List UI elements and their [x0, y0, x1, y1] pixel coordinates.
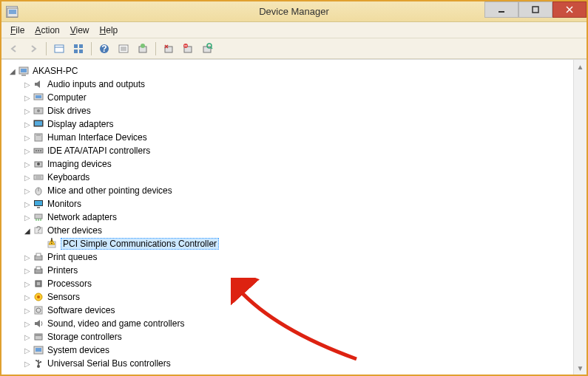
svg-rect-9	[79, 44, 83, 48]
root-label: AKASH-PC	[33, 66, 78, 76]
svg-text:?: ?	[36, 225, 41, 235]
expander-icon[interactable]: ▷	[22, 120, 33, 129]
svg-rect-1	[9, 10, 16, 14]
expander-icon[interactable]: ▷	[22, 160, 33, 168]
maximize-button[interactable]	[518, 1, 552, 18]
expander-icon[interactable]: ▷	[22, 107, 33, 115]
system-icon	[33, 344, 44, 356]
help-button[interactable]: ?	[96, 41, 112, 57]
properties-button[interactable]	[51, 41, 67, 57]
svg-rect-28	[21, 69, 27, 72]
svg-point-41	[40, 150, 41, 151]
svg-rect-63	[36, 267, 41, 270]
svg-point-40	[38, 150, 39, 151]
category-label: Processors	[47, 278, 92, 289]
menu-help[interactable]: Help	[100, 25, 118, 35]
monitor-icon	[33, 198, 44, 210]
svg-rect-65	[37, 282, 40, 285]
tree-category[interactable]: ▷Computer	[4, 91, 573, 104]
uninstall-button[interactable]	[160, 41, 177, 57]
device-tree[interactable]: ◢AKASH-PC▷Audio inputs and outputs▷Compu…	[1, 60, 573, 375]
tree-device[interactable]: !PCI Simple Communications Controller	[4, 237, 573, 250]
expander-icon[interactable]: ◢	[7, 67, 18, 75]
view-button[interactable]	[70, 41, 87, 57]
computer-root-icon	[18, 65, 30, 77]
tree-category[interactable]: ▷Imaging devices	[4, 157, 573, 171]
category-label: Computer	[47, 92, 87, 103]
expander-icon[interactable]: ▷	[22, 346, 33, 355]
tree-category[interactable]: ▷System devices	[4, 343, 573, 357]
expander-icon[interactable]: ▷	[22, 213, 33, 222]
disable-button[interactable]	[180, 41, 196, 57]
expander-icon[interactable]: ▷	[22, 333, 33, 341]
svg-rect-8	[74, 44, 78, 48]
update-driver-button[interactable]	[135, 41, 151, 57]
expander-icon[interactable]: ▷	[22, 94, 33, 102]
forward-button[interactable]	[25, 41, 41, 57]
tree-category[interactable]: ▷Human Interface Devices	[4, 131, 573, 144]
expander-icon[interactable]: ▷	[22, 174, 33, 182]
tree-root[interactable]: ◢AKASH-PC	[4, 64, 573, 78]
expander-icon[interactable]: ▷	[22, 293, 33, 301]
details-button[interactable]	[115, 41, 132, 57]
svg-rect-31	[36, 95, 41, 98]
back-button[interactable]	[6, 41, 22, 57]
tree-category[interactable]: ▷Sensors	[4, 290, 573, 304]
category-label: Display adapters	[47, 119, 113, 129]
tree-category[interactable]: ▷IDE ATA/ATAPI controllers	[4, 144, 573, 157]
close-button[interactable]	[552, 1, 587, 18]
category-label: Imaging devices	[47, 159, 112, 169]
category-label: Printers	[47, 265, 78, 276]
tree-category[interactable]: ▷Universal Serial Bus controllers	[4, 357, 573, 370]
tree-category[interactable]: ▷Processors	[4, 277, 573, 290]
expander-icon[interactable]: ▷	[22, 200, 33, 208]
tree-category[interactable]: ▷Printers	[4, 264, 573, 277]
svg-rect-10	[74, 49, 78, 53]
menu-file[interactable]: File	[10, 25, 24, 35]
device-label: PCI Simple Communications Controller	[61, 238, 219, 250]
scroll-down-arrow[interactable]: ▼	[574, 361, 587, 375]
svg-rect-79	[40, 361, 41, 363]
expander-icon[interactable]: ▷	[22, 267, 33, 275]
menu-view[interactable]: View	[70, 25, 89, 35]
tree-category[interactable]: ◢?Other devices	[4, 224, 573, 237]
tree-category[interactable]: ▷Software devices	[4, 304, 573, 317]
expander-icon[interactable]: ▷	[22, 81, 33, 89]
minimize-button[interactable]	[484, 1, 518, 18]
tree-category[interactable]: ▷Storage controllers	[4, 330, 573, 343]
tree-category[interactable]: ▷Audio inputs and outputs	[4, 78, 573, 91]
tree-category[interactable]: ▷Mice and other pointing devices	[4, 184, 573, 197]
svg-point-78	[36, 360, 37, 361]
tree-category[interactable]: ▷Network adapters	[4, 211, 573, 224]
expander-icon[interactable]: ▷	[22, 360, 33, 368]
device-manager-window: Device Manager File Action View Help ? ◢…	[0, 0, 588, 376]
scan-hardware-button[interactable]	[199, 41, 215, 57]
expander-icon[interactable]: ▷	[22, 253, 33, 262]
tree-category[interactable]: ▷Display adapters	[4, 117, 573, 131]
scroll-up-arrow[interactable]: ▲	[574, 60, 587, 73]
svg-rect-71	[35, 334, 42, 336]
tree-category[interactable]: ▷Print queues	[4, 250, 573, 264]
toolbar-separator	[91, 42, 92, 55]
expander-icon[interactable]: ▷	[22, 187, 33, 195]
vertical-scrollbar[interactable]: ▲ ▼	[573, 60, 587, 375]
tree-category[interactable]: ▷Monitors	[4, 197, 573, 211]
menu-action[interactable]: Action	[35, 25, 59, 35]
expander-icon[interactable]: ▷	[22, 147, 33, 155]
expander-icon[interactable]: ◢	[22, 227, 33, 235]
keyboard-icon	[33, 171, 44, 183]
computer-icon	[33, 92, 44, 103]
category-label: Mice and other pointing devices	[47, 185, 172, 196]
tree-category[interactable]: ▷Sound, video and game controllers	[4, 317, 573, 330]
category-label: Audio inputs and outputs	[47, 79, 145, 89]
tree-category[interactable]: ▷Keyboards	[4, 171, 573, 184]
category-label: Disk drives	[47, 106, 91, 116]
expander-icon[interactable]: ▷	[22, 280, 33, 288]
expander-icon[interactable]: ▷	[22, 134, 33, 142]
content-area: ◢AKASH-PC▷Audio inputs and outputs▷Compu…	[1, 59, 587, 375]
svg-point-39	[36, 150, 37, 151]
sound-icon	[33, 318, 44, 329]
expander-icon[interactable]: ▷	[22, 307, 33, 315]
expander-icon[interactable]: ▷	[22, 320, 33, 328]
tree-category[interactable]: ▷Disk drives	[4, 104, 573, 117]
